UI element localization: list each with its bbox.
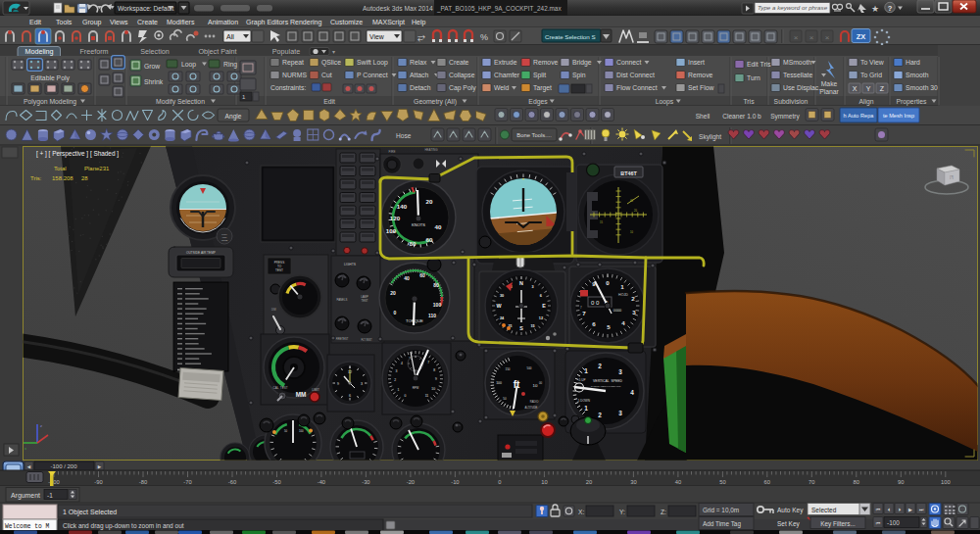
svg-text:Remove: Remove bbox=[688, 72, 713, 78]
svg-text:▶: ▶ bbox=[908, 507, 912, 512]
svg-text:158.208: 158.208 bbox=[52, 175, 74, 181]
svg-text:x: x bbox=[24, 446, 26, 451]
svg-text:Create: Create bbox=[449, 59, 469, 66]
svg-text:ZX: ZX bbox=[857, 32, 866, 41]
svg-text:LIGHTS: LIGHTS bbox=[344, 263, 357, 267]
svg-text:00: 00 bbox=[539, 381, 543, 385]
svg-text:Swift Loop: Swift Loop bbox=[357, 59, 388, 67]
svg-text:50: 50 bbox=[719, 479, 725, 485]
svg-text:Cleaner 1.0 b: Cleaner 1.0 b bbox=[722, 113, 761, 120]
svg-text:Detach: Detach bbox=[410, 84, 431, 91]
svg-text:CAL TEST: CAL TEST bbox=[272, 386, 287, 390]
svg-text:0: 0 bbox=[405, 394, 407, 398]
svg-text:Insert: Insert bbox=[688, 59, 705, 66]
svg-text:30: 30 bbox=[630, 479, 636, 485]
svg-text:_PAT_BO105_HKP_9A_COCKPIT_242.: _PAT_BO105_HKP_9A_COCKPIT_242.max bbox=[436, 5, 562, 13]
svg-text:100: 100 bbox=[496, 381, 502, 385]
svg-text:0: 0 bbox=[606, 279, 610, 286]
svg-text:50: 50 bbox=[503, 397, 507, 401]
svg-text:40: 40 bbox=[404, 275, 410, 281]
svg-text:80: 80 bbox=[433, 282, 439, 288]
svg-text:Loop: Loop bbox=[181, 61, 196, 69]
svg-text:DIM: DIM bbox=[271, 308, 276, 312]
svg-text:Turn: Turn bbox=[747, 74, 760, 81]
svg-text:Selection: Selection bbox=[140, 47, 170, 56]
svg-text:-40: -40 bbox=[318, 479, 325, 485]
svg-text:50: 50 bbox=[284, 429, 288, 433]
svg-text:Total: Total bbox=[54, 166, 67, 171]
svg-text:Weld: Weld bbox=[494, 84, 510, 91]
svg-text:◀: ◀ bbox=[27, 464, 31, 469]
svg-text:Edit: Edit bbox=[323, 98, 335, 105]
svg-text:[ + ] [ Perspective ] [ Shaded: [ + ] [ Perspective ] [ Shaded ] bbox=[36, 150, 119, 158]
svg-text:100: 100 bbox=[299, 429, 304, 433]
svg-text:[?]: [?] bbox=[950, 175, 954, 179]
svg-text:To Grid: To Grid bbox=[860, 72, 882, 78]
svg-text:⏭: ⏭ bbox=[919, 507, 924, 512]
svg-text:Hose: Hose bbox=[396, 132, 412, 139]
svg-text:3: 3 bbox=[395, 369, 397, 373]
svg-text:20: 20 bbox=[390, 290, 396, 296]
svg-text:12: 12 bbox=[539, 316, 543, 320]
svg-text:ft: ft bbox=[514, 379, 520, 390]
svg-text:-100: -100 bbox=[887, 519, 900, 526]
svg-text:15: 15 bbox=[530, 324, 534, 328]
svg-text:3: 3 bbox=[361, 382, 363, 386]
svg-text:Use Displac...: Use Displac... bbox=[783, 84, 824, 92]
svg-text:8: 8 bbox=[433, 368, 435, 372]
svg-text:-100 / 200: -100 / 200 bbox=[50, 463, 77, 469]
svg-text:Set Key: Set Key bbox=[777, 520, 801, 528]
svg-text:-1: -1 bbox=[47, 492, 53, 499]
svg-text:×: × bbox=[809, 33, 814, 42]
svg-text:Make: Make bbox=[821, 80, 838, 87]
svg-text:3: 3 bbox=[531, 285, 533, 289]
svg-text:Tessellate: Tessellate bbox=[783, 72, 812, 78]
svg-text:?: ? bbox=[888, 4, 893, 13]
svg-text:Subdivision: Subdivision bbox=[774, 98, 808, 105]
svg-text:2: 2 bbox=[598, 363, 602, 369]
svg-text:Welcome to M: Welcome to M bbox=[5, 523, 50, 530]
svg-text:HÖJD: HÖJD bbox=[618, 293, 628, 297]
svg-text:Align: Align bbox=[858, 98, 873, 106]
svg-text:Edit Tris: Edit Tris bbox=[747, 61, 771, 68]
svg-text:1: 1 bbox=[584, 367, 588, 374]
svg-text:4: 4 bbox=[621, 319, 625, 326]
svg-text:To View: To View bbox=[860, 59, 884, 66]
svg-text:7: 7 bbox=[427, 361, 429, 364]
svg-text:×: × bbox=[794, 33, 799, 42]
svg-text:Shrink: Shrink bbox=[144, 78, 164, 85]
svg-text:-50: -50 bbox=[272, 479, 280, 485]
svg-text:11: 11 bbox=[425, 394, 429, 398]
svg-text:Hard: Hard bbox=[906, 59, 920, 66]
svg-text:3: 3 bbox=[618, 368, 622, 375]
svg-text:Smooth 30: Smooth 30 bbox=[906, 84, 938, 91]
svg-text:VERTICAL SPEED: VERTICAL SPEED bbox=[593, 379, 622, 383]
svg-text:20: 20 bbox=[586, 479, 592, 485]
svg-text:KNOB: KNOB bbox=[221, 239, 228, 241]
svg-text:★: ★ bbox=[871, 4, 879, 14]
svg-text:3: 3 bbox=[632, 309, 636, 316]
svg-text:10: 10 bbox=[533, 383, 538, 388]
svg-text:Constraints:: Constraints: bbox=[270, 84, 306, 91]
svg-text:Object Paint: Object Paint bbox=[198, 47, 236, 56]
svg-text:Planar: Planar bbox=[819, 88, 839, 95]
svg-text:Editable Poly: Editable Poly bbox=[30, 74, 70, 82]
svg-text:Animation: Animation bbox=[208, 19, 238, 25]
svg-text:Customize: Customize bbox=[330, 19, 363, 25]
svg-text:10: 10 bbox=[541, 479, 547, 485]
svg-text:Shell: Shell bbox=[696, 113, 710, 120]
svg-text:1: 1 bbox=[397, 388, 399, 392]
svg-text:Target: Target bbox=[533, 84, 552, 92]
svg-text:Y: Y bbox=[866, 85, 871, 92]
svg-text:Y:: Y: bbox=[619, 509, 625, 515]
svg-text:60: 60 bbox=[764, 479, 770, 485]
svg-text:Spin: Spin bbox=[572, 72, 586, 79]
svg-text:OUTSIDE AIR TEMP: OUTSIDE AIR TEMP bbox=[186, 251, 216, 255]
svg-text:PULL: PULL bbox=[221, 233, 227, 235]
svg-text:3: 3 bbox=[618, 410, 622, 416]
svg-text:6: 6 bbox=[592, 320, 596, 327]
svg-text:-80: -80 bbox=[139, 479, 147, 485]
svg-text:-70: -70 bbox=[183, 479, 191, 485]
svg-text:E: E bbox=[542, 303, 546, 309]
svg-text:Dist Connect: Dist Connect bbox=[616, 72, 655, 78]
